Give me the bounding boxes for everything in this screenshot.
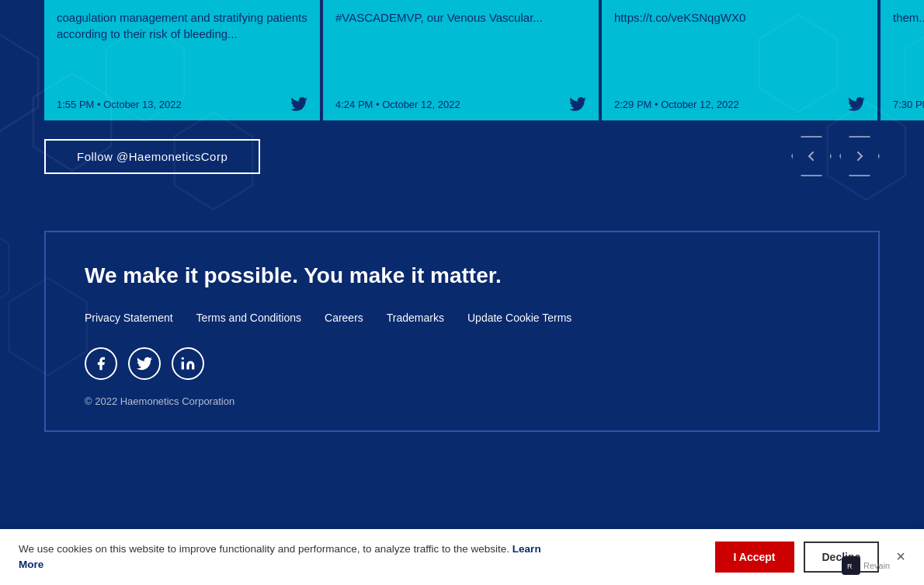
linkedin-icon xyxy=(180,356,196,371)
footer-link-terms[interactable]: Terms and Conditions xyxy=(196,312,301,324)
next-arrow-button[interactable] xyxy=(839,136,880,176)
tweet-time-3: 2:29 PM • October 12, 2022 xyxy=(614,99,739,110)
revain-label: Revain xyxy=(863,561,890,570)
tweet-text-4: them... devel... create... xyxy=(893,9,924,26)
tweet-text-2: #VASCADEMVP, our Venous Vascular... xyxy=(335,9,586,26)
facebook-icon xyxy=(93,356,109,371)
footer-link-privacy[interactable]: Privacy Statement xyxy=(85,312,173,324)
tweet-footer-4: 7:30 PM xyxy=(893,97,924,111)
social-icons xyxy=(85,347,839,380)
prev-chevron-icon xyxy=(805,150,818,162)
spacer xyxy=(0,192,924,223)
twitter-icon-1 xyxy=(290,97,307,111)
svg-marker-9 xyxy=(0,219,9,317)
tweet-time-4: 7:30 PM xyxy=(893,99,924,110)
tagline: We make it possible. You make it matter. xyxy=(85,263,839,288)
tweet-text-3: https://t.co/veKSNqgWX0 xyxy=(614,9,865,26)
tweet-card-1[interactable]: coagulation management and stratifying p… xyxy=(44,0,320,120)
tweet-time-1: 1:55 PM • October 13, 2022 xyxy=(57,99,182,110)
cookie-message-text: We use cookies on this website to improv… xyxy=(19,543,509,555)
tweet-footer-3: 2:29 PM • October 12, 2022 xyxy=(614,97,865,111)
footer-box: We make it possible. You make it matter.… xyxy=(44,231,880,432)
twitter-icon-2 xyxy=(569,97,586,111)
footer-link-trademarks[interactable]: Trademarks xyxy=(387,312,444,324)
prev-arrow-button[interactable] xyxy=(791,136,832,176)
tweet-card-3[interactable]: https://t.co/veKSNqgWX0 2:29 PM • Octobe… xyxy=(602,0,877,120)
svg-text:R: R xyxy=(847,562,853,570)
facebook-button[interactable] xyxy=(85,347,117,380)
follow-button[interactable]: Follow @HaemoneticsCorp xyxy=(44,139,260,174)
revain-badge: R Revain xyxy=(842,554,912,577)
revain-logo-icon: R xyxy=(846,560,856,571)
svg-point-11 xyxy=(182,357,184,360)
footer-link-cookie-terms[interactable]: Update Cookie Terms xyxy=(467,312,571,324)
footer-links: Privacy Statement Terms and Conditions C… xyxy=(85,312,839,324)
middle-section: Follow @HaemoneticsCorp xyxy=(0,120,924,192)
cookie-banner: We use cookies on this website to improv… xyxy=(0,529,924,586)
twitter-social-icon xyxy=(137,356,152,371)
tweet-text-1: coagulation management and stratifying p… xyxy=(57,9,307,42)
next-chevron-icon xyxy=(853,150,866,162)
cookie-message: We use cookies on this website to improv… xyxy=(19,541,562,573)
tweet-card-2[interactable]: #VASCADEMVP, our Venous Vascular... 4:24… xyxy=(323,0,599,120)
tweet-footer-1: 1:55 PM • October 13, 2022 xyxy=(57,97,307,111)
copyright-text: © 2022 Haemonetics Corporation xyxy=(85,395,839,407)
tweets-section: coagulation management and stratifying p… xyxy=(0,0,924,120)
revain-icon: R xyxy=(842,556,860,575)
tweet-card-4[interactable]: them... devel... create... 7:30 PM xyxy=(881,0,924,120)
tweet-time-2: 4:24 PM • October 12, 2022 xyxy=(335,99,460,110)
twitter-icon-3 xyxy=(848,97,865,111)
linkedin-button[interactable] xyxy=(172,347,204,380)
nav-arrows xyxy=(791,136,880,176)
tweet-footer-2: 4:24 PM • October 12, 2022 xyxy=(335,97,586,111)
accept-button[interactable]: I Accept xyxy=(715,541,794,573)
twitter-button[interactable] xyxy=(128,347,161,380)
footer-link-careers[interactable]: Careers xyxy=(325,312,363,324)
